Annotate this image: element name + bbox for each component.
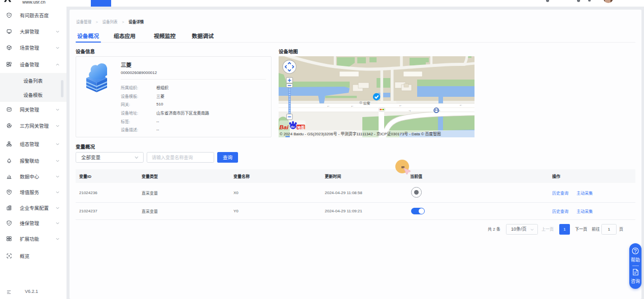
svg-text:© 2024 Baidu - GS(2023)3206号 -: © 2024 Baidu - GS(2023)3206号 - 甲测资字11111… [280,131,441,136]
svg-text:←: ← [459,103,463,106]
svg-text:Bai: Bai [280,124,289,130]
svg-text:地图: 地图 [297,125,305,129]
svg-text:←: ← [351,103,354,107]
svg-text:←: ← [399,103,402,107]
svg-text:←: ← [327,104,330,107]
svg-text:du: du [291,125,295,128]
svg-text:→: → [408,108,412,111]
svg-text:公安: 公安 [363,100,370,105]
